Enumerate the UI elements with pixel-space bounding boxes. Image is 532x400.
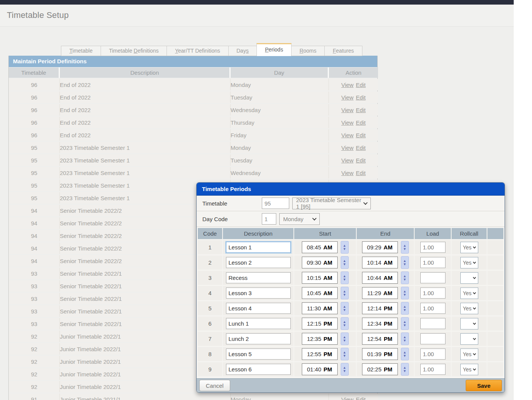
view-link[interactable]: View	[341, 82, 353, 88]
view-link[interactable]: View	[341, 170, 353, 176]
edit-link[interactable]: Edit	[356, 145, 366, 151]
edit-link[interactable]: Edit	[356, 157, 366, 164]
period-rollcall-select[interactable]	[460, 333, 478, 345]
tab-features[interactable]: Features	[324, 46, 362, 56]
view-link[interactable]: View	[341, 396, 353, 400]
period-end-input[interactable]: 12:14PM	[362, 302, 398, 314]
period-end-stepper[interactable]: ▲▼	[401, 287, 409, 299]
edit-link[interactable]: Edit	[356, 82, 366, 88]
period-start-input[interactable]: 01:40PM	[302, 363, 338, 375]
view-link[interactable]: View	[341, 157, 353, 164]
period-load-input[interactable]	[420, 272, 445, 283]
period-start-input[interactable]: 12:15PM	[302, 318, 338, 329]
period-start-stepper[interactable]: ▲▼	[341, 287, 349, 299]
period-start-input[interactable]: 10:45AM	[302, 287, 338, 299]
timetable-select[interactable]: 2023 Timetable Semester 1 [95]	[292, 198, 371, 209]
period-end-stepper[interactable]: ▲▼	[401, 333, 409, 345]
tab-days[interactable]: Days	[228, 46, 257, 56]
period-start-stepper[interactable]: ▲▼	[341, 348, 349, 360]
period-description-input[interactable]: Recess	[226, 272, 291, 283]
spin-down-icon[interactable]: ▼	[343, 278, 346, 281]
edit-link[interactable]: Edit	[356, 396, 366, 400]
view-link[interactable]: View	[341, 94, 353, 101]
spin-down-icon[interactable]: ▼	[343, 308, 346, 312]
tab-timetable[interactable]: Timetable	[61, 46, 101, 56]
period-end-stepper[interactable]: ▲▼	[401, 271, 409, 284]
period-description-input[interactable]: Lesson 6	[226, 364, 291, 375]
view-link[interactable]: View	[341, 145, 353, 151]
period-start-input[interactable]: 10:15AM	[302, 272, 338, 284]
day-select[interactable]: Monday	[279, 213, 320, 225]
period-rollcall-select[interactable]: Yes	[460, 364, 478, 375]
edit-link[interactable]: Edit	[356, 94, 366, 101]
spin-down-icon[interactable]: ▼	[403, 278, 407, 281]
period-start-stepper[interactable]: ▲▼	[341, 271, 349, 284]
period-rollcall-select[interactable]: Yes	[460, 349, 478, 360]
period-description-input[interactable]: Lesson 5	[226, 349, 291, 360]
period-load-input[interactable]: 1.00	[420, 364, 445, 375]
spin-down-icon[interactable]: ▼	[403, 369, 407, 373]
period-end-stepper[interactable]: ▲▼	[401, 241, 409, 254]
period-start-stepper[interactable]: ▲▼	[341, 241, 349, 254]
period-end-stepper[interactable]: ▲▼	[401, 302, 409, 315]
tab-timetable-definitions[interactable]: Timetable Definitions	[101, 46, 167, 56]
period-end-input[interactable]: 10:14AM	[362, 257, 398, 268]
period-rollcall-select[interactable]: Yes	[460, 257, 478, 268]
period-start-stepper[interactable]: ▲▼	[341, 317, 349, 330]
period-description-input[interactable]: Lesson 3	[226, 288, 291, 299]
edit-link[interactable]: Edit	[356, 170, 366, 176]
period-load-input[interactable]	[420, 333, 445, 344]
period-load-input[interactable]: 1.00	[420, 349, 445, 360]
period-load-input[interactable]: 1.00	[420, 303, 445, 314]
period-end-input[interactable]: 10:44AM	[362, 272, 398, 284]
period-start-stepper[interactable]: ▲▼	[341, 363, 349, 376]
edit-link[interactable]: Edit	[356, 119, 366, 126]
period-end-stepper[interactable]: ▲▼	[401, 317, 409, 330]
cancel-button[interactable]: Cancel	[199, 380, 230, 391]
period-load-input[interactable]	[420, 318, 445, 329]
period-end-input[interactable]: 01:39PM	[362, 348, 398, 360]
period-rollcall-select[interactable]	[460, 318, 478, 329]
period-rollcall-select[interactable]: Yes	[460, 303, 478, 314]
period-description-input[interactable]: Lesson 4	[226, 303, 291, 314]
edit-link[interactable]: Edit	[356, 107, 366, 113]
period-description-input[interactable]: Lesson 2	[226, 257, 291, 268]
spin-down-icon[interactable]: ▼	[403, 339, 407, 342]
period-start-input[interactable]: 11:30AM	[302, 302, 338, 314]
timetable-code-input[interactable]: 95	[262, 198, 289, 209]
spin-down-icon[interactable]: ▼	[343, 263, 346, 266]
period-end-stepper[interactable]: ▲▼	[401, 348, 409, 360]
tab-periods[interactable]: Periods	[256, 43, 291, 56]
period-description-input[interactable]: Lunch 2	[226, 333, 291, 344]
spin-down-icon[interactable]: ▼	[343, 247, 346, 251]
tab-year-tt-definitions[interactable]: Year/TT Definitions	[167, 46, 228, 56]
spin-down-icon[interactable]: ▼	[403, 324, 407, 327]
spin-down-icon[interactable]: ▼	[343, 339, 346, 342]
period-end-input[interactable]: 11:29AM	[362, 287, 398, 299]
spin-down-icon[interactable]: ▼	[403, 247, 407, 251]
period-description-input[interactable]: Lesson 1	[226, 242, 291, 253]
period-rollcall-select[interactable]: Yes	[460, 288, 478, 299]
spin-down-icon[interactable]: ▼	[403, 354, 407, 358]
period-start-stepper[interactable]: ▲▼	[341, 302, 349, 315]
spin-down-icon[interactable]: ▼	[343, 369, 346, 373]
period-end-input[interactable]: 12:34PM	[362, 318, 398, 329]
period-start-input[interactable]: 09:30AM	[302, 257, 338, 268]
period-start-input[interactable]: 12:35PM	[302, 333, 338, 345]
spin-down-icon[interactable]: ▼	[403, 263, 407, 266]
period-start-stepper[interactable]: ▲▼	[341, 256, 349, 269]
view-link[interactable]: View	[341, 107, 353, 113]
period-load-input[interactable]: 1.00	[420, 288, 445, 299]
edit-link[interactable]: Edit	[356, 132, 366, 138]
period-load-input[interactable]: 1.00	[420, 242, 445, 253]
period-end-input[interactable]: 02:25PM	[362, 363, 398, 375]
period-start-input[interactable]: 12:55PM	[302, 348, 338, 360]
day-code-input[interactable]: 1	[262, 213, 276, 225]
period-rollcall-select[interactable]: Yes	[460, 242, 478, 253]
period-load-input[interactable]: 1.00	[420, 257, 445, 268]
period-end-input[interactable]: 12:54PM	[362, 333, 398, 345]
period-end-stepper[interactable]: ▲▼	[401, 256, 409, 269]
spin-down-icon[interactable]: ▼	[343, 293, 346, 297]
view-link[interactable]: View	[341, 132, 353, 138]
period-end-input[interactable]: 09:29AM	[362, 241, 398, 253]
